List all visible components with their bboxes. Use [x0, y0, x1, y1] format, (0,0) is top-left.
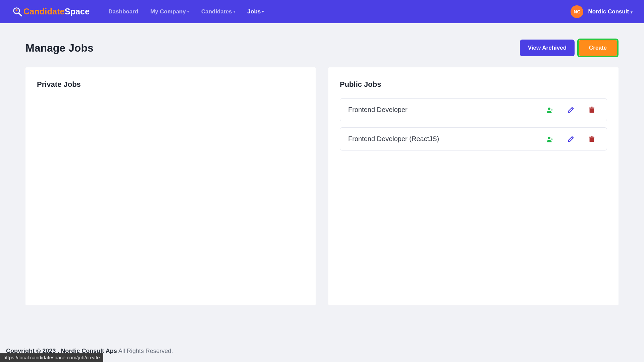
svg-rect-14: [591, 135, 593, 136]
private-jobs-title: Private Jobs: [37, 80, 304, 89]
add-candidate-icon[interactable]: [546, 106, 554, 114]
svg-rect-8: [591, 106, 593, 107]
header-actions: View Archived Create: [520, 39, 619, 57]
brand-name: CandidateSpace: [23, 7, 90, 16]
nav-right: NC Nordic Consult ▾: [571, 5, 633, 18]
avatar[interactable]: NC: [571, 5, 583, 18]
public-jobs-panel: Public Jobs Frontend DeveloperFrontend D…: [328, 67, 619, 305]
edit-icon[interactable]: [567, 135, 575, 143]
nav-item-candidates[interactable]: Candidates▾: [201, 8, 235, 15]
job-title: Frontend Developer: [348, 106, 546, 114]
svg-point-2: [16, 9, 18, 11]
nav-item-label: Jobs: [248, 8, 261, 15]
nav-item-label: Dashboard: [108, 8, 138, 15]
create-button[interactable]: Create: [579, 40, 617, 56]
job-row: Frontend Developer (ReactJS): [340, 127, 607, 150]
job-row: Frontend Developer: [340, 98, 607, 121]
view-archived-button[interactable]: View Archived: [520, 40, 575, 56]
svg-rect-12: [590, 137, 594, 142]
job-title: Frontend Developer (ReactJS): [348, 135, 546, 143]
nav-item-my-company[interactable]: My Company▾: [150, 8, 189, 15]
edit-icon[interactable]: [567, 106, 575, 114]
create-button-highlight: Create: [577, 39, 619, 57]
page-title: Manage Jobs: [25, 42, 94, 54]
svg-rect-7: [589, 107, 595, 108]
nav-item-label: Candidates: [201, 8, 232, 15]
nav-item-jobs[interactable]: Jobs▾: [248, 8, 264, 15]
svg-rect-6: [590, 108, 594, 113]
chevron-down-icon: ▾: [233, 9, 235, 14]
page-header: Manage Jobs View Archived Create: [0, 23, 644, 67]
svg-point-9: [548, 136, 550, 139]
svg-rect-5: [551, 110, 553, 110]
delete-icon[interactable]: [588, 135, 595, 143]
job-actions: [546, 135, 599, 143]
magnifier-person-icon: [13, 7, 22, 16]
brand-logo[interactable]: CandidateSpace: [13, 7, 90, 16]
chevron-down-icon: ▾: [262, 9, 264, 14]
delete-icon[interactable]: [588, 106, 595, 114]
private-jobs-panel: Private Jobs: [25, 67, 316, 305]
nav-item-label: My Company: [150, 8, 186, 15]
public-jobs-title: Public Jobs: [340, 80, 607, 89]
chevron-down-icon: ▾: [187, 9, 189, 14]
svg-rect-13: [589, 136, 595, 137]
nav-links: DashboardMy Company▾Candidates▾Jobs▾: [108, 8, 264, 15]
browser-status-url: https://local.candidatespace.com/job/cre…: [0, 353, 103, 362]
svg-rect-11: [551, 139, 553, 139]
job-actions: [546, 106, 599, 114]
panels: Private Jobs Public Jobs Frontend Develo…: [0, 67, 644, 305]
chevron-down-icon: ▾: [631, 10, 633, 14]
svg-point-3: [548, 107, 550, 110]
add-candidate-icon[interactable]: [546, 135, 554, 143]
company-dropdown[interactable]: Nordic Consult ▾: [588, 8, 633, 15]
nav-item-dashboard[interactable]: Dashboard: [108, 8, 138, 15]
svg-line-1: [19, 13, 21, 16]
navbar: CandidateSpace DashboardMy Company▾Candi…: [0, 0, 644, 23]
